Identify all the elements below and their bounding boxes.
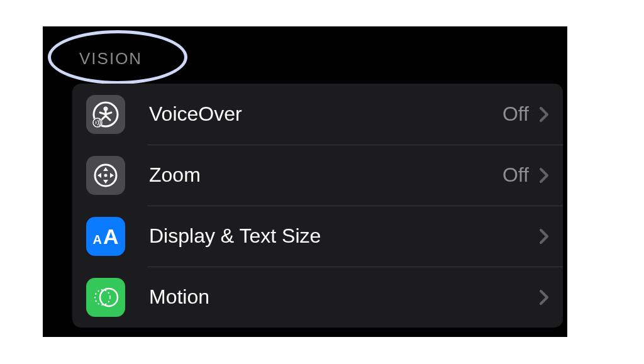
row-value: Off xyxy=(502,102,529,126)
chevron-right-icon xyxy=(539,167,549,184)
svg-marker-5 xyxy=(103,167,108,171)
row-display-text-size[interactable]: AA Display & Text Size xyxy=(72,206,563,267)
svg-marker-6 xyxy=(103,180,108,184)
row-label: Display & Text Size xyxy=(149,224,529,248)
row-motion[interactable]: Motion xyxy=(72,267,563,328)
row-voiceover[interactable]: VoiceOver Off xyxy=(72,84,563,145)
svg-point-9 xyxy=(104,174,108,177)
row-zoom[interactable]: Zoom Off xyxy=(72,145,563,206)
chevron-right-icon xyxy=(539,106,549,123)
row-label: Motion xyxy=(149,285,529,309)
row-label: Zoom xyxy=(149,163,502,187)
zoom-icon xyxy=(86,156,125,195)
svg-point-10 xyxy=(100,289,118,306)
settings-screenshot: VISION VoiceOver Off xyxy=(43,26,567,337)
chevron-right-icon xyxy=(539,289,549,306)
vision-settings-group: VoiceOver Off Zoom Off xyxy=(72,84,563,328)
chevron-right-icon xyxy=(539,228,549,245)
row-label: VoiceOver xyxy=(149,102,502,126)
motion-icon xyxy=(86,278,125,317)
svg-marker-7 xyxy=(97,173,101,178)
section-header: VISION xyxy=(79,49,142,69)
svg-point-2 xyxy=(92,118,103,128)
text-size-icon: AA xyxy=(86,217,125,256)
row-value: Off xyxy=(502,163,529,187)
svg-marker-8 xyxy=(110,173,114,178)
voiceover-icon xyxy=(86,95,125,134)
svg-point-1 xyxy=(104,106,108,111)
